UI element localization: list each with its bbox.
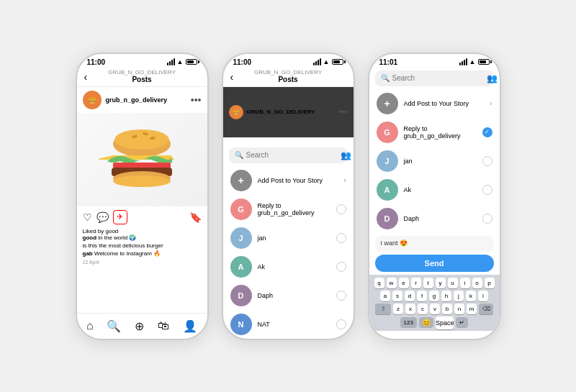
share-item-reply[interactable]: G Reply to grub_n_go_delivery xyxy=(223,195,354,224)
commenter-1-text: in the world 🌍 xyxy=(98,234,136,241)
send-icon: ✈ xyxy=(117,212,123,222)
key-c[interactable]: c xyxy=(418,304,428,314)
right-daph-label: Daph xyxy=(404,215,477,222)
share-jan-avatar: J xyxy=(230,227,252,249)
share-button[interactable]: ✈ xyxy=(113,210,127,224)
key-l[interactable]: l xyxy=(478,291,488,301)
kb-row-1: q w e r t y u i o p xyxy=(371,278,498,288)
share-search-bar[interactable]: 🔍 👥 xyxy=(229,147,348,163)
share-item-ak[interactable]: A Ak xyxy=(223,252,354,281)
radio-ak[interactable] xyxy=(336,262,346,272)
right-item-story[interactable]: + Add Post to Your Story › xyxy=(369,89,500,118)
share-nat-avatar: N xyxy=(230,314,252,335)
nav-shop[interactable]: 🛍 xyxy=(158,319,169,332)
key-u[interactable]: u xyxy=(448,278,458,288)
dark-more[interactable]: ••• xyxy=(338,107,348,117)
key-t[interactable]: t xyxy=(423,278,433,288)
key-return[interactable]: ↵ xyxy=(456,317,468,328)
right-search-input[interactable] xyxy=(392,74,484,82)
right-radio-ak[interactable] xyxy=(482,185,492,195)
share-search-input[interactable] xyxy=(246,151,338,159)
key-f[interactable]: f xyxy=(417,291,427,301)
key-o[interactable]: o xyxy=(472,278,482,288)
battery-icon-3 xyxy=(478,59,490,65)
key-v[interactable]: v xyxy=(430,304,440,314)
dark-user-row: 🍔 GRUB_N_GO_DELIVERY ••• xyxy=(223,102,354,122)
key-g[interactable]: g xyxy=(429,291,439,301)
right-item-ak[interactable]: A Ak xyxy=(369,176,500,204)
status-bar-3: 11:01 ▲ xyxy=(369,54,500,68)
key-d[interactable]: d xyxy=(405,291,415,301)
key-e[interactable]: e xyxy=(399,278,409,288)
commenter-1-name: good xyxy=(83,234,97,241)
key-123[interactable]: 123 xyxy=(400,317,417,328)
share-nat-label: NAT xyxy=(258,321,330,328)
share-story-label: Add Post to Your Story xyxy=(258,177,338,184)
key-s[interactable]: s xyxy=(392,291,402,301)
key-b[interactable]: b xyxy=(442,304,452,314)
nav-create[interactable]: ⊕ xyxy=(135,319,144,333)
battery-icon xyxy=(186,59,197,65)
key-j[interactable]: j xyxy=(454,291,464,301)
nav-home[interactable]: ⌂ xyxy=(86,319,94,332)
like-button[interactable]: ♡ xyxy=(83,211,92,223)
share-item-celest[interactable]: C Celest xyxy=(223,339,354,340)
people-icon-right: 👥 xyxy=(487,73,498,83)
key-w[interactable]: w xyxy=(387,278,397,288)
comment-button[interactable]: 💬 xyxy=(96,211,109,223)
key-a[interactable]: a xyxy=(380,291,390,301)
key-n[interactable]: n xyxy=(454,304,464,314)
key-y[interactable]: y xyxy=(436,278,446,288)
wifi-icon-3: ▲ xyxy=(469,58,476,65)
status-time-3: 11:01 xyxy=(379,58,398,66)
key-emoji[interactable]: 😊 xyxy=(419,317,433,328)
key-m[interactable]: m xyxy=(467,304,477,314)
key-p[interactable]: p xyxy=(485,278,495,288)
comment-2: gab Welcome to Instagram 🔥 xyxy=(83,250,202,257)
key-z[interactable]: z xyxy=(393,304,403,314)
share-item-story[interactable]: + Add Post to Your Story › xyxy=(223,166,354,195)
radio-daph[interactable] xyxy=(336,291,346,301)
svg-rect-5 xyxy=(113,163,171,168)
keyboard: q w e r t y u i o p a s d f g h j k l xyxy=(369,275,500,331)
radio-nat[interactable] xyxy=(336,319,346,329)
right-search-bar[interactable]: 🔍 👥 xyxy=(375,70,494,86)
share-item-nat[interactable]: N NAT xyxy=(223,310,354,339)
key-space[interactable]: Space xyxy=(436,316,454,329)
share-reply-avatar: G xyxy=(230,199,252,220)
share-ak-avatar: A xyxy=(230,256,252,278)
right-radio-jan[interactable] xyxy=(482,156,492,166)
right-ak-label: Ak xyxy=(404,186,477,193)
right-item-daph[interactable]: D Daph xyxy=(369,204,500,233)
key-k[interactable]: k xyxy=(466,291,476,301)
right-item-reply[interactable]: G Reply to grub_n_go_delivery xyxy=(369,118,500,147)
nav-search[interactable]: 🔍 xyxy=(107,319,121,333)
profile-header: GRUB_N_GO_DELIVERY Posts xyxy=(77,68,207,87)
key-x[interactable]: x xyxy=(405,304,415,314)
key-h[interactable]: h xyxy=(441,291,451,301)
key-shift[interactable]: ⇧ xyxy=(375,304,391,314)
bookmark-button[interactable]: 🔖 xyxy=(189,211,202,223)
radio-blue-check[interactable] xyxy=(482,127,492,137)
nav-profile[interactable]: 👤 xyxy=(183,319,197,333)
radio-jan[interactable] xyxy=(336,233,346,243)
commenter-2-text: Welcome to Instagram 🔥 xyxy=(94,250,161,257)
more-options-button[interactable]: ••• xyxy=(191,94,202,106)
right-radio-daph[interactable] xyxy=(482,214,492,224)
send-button-right[interactable]: Send xyxy=(375,255,494,272)
key-q[interactable]: q xyxy=(374,278,384,288)
key-backspace[interactable]: ⌫ xyxy=(479,304,493,314)
phone-share-right: 11:01 ▲ 🔍 👥 + Add Post to Your Story › xyxy=(368,53,501,340)
message-input[interactable]: I want 😍 xyxy=(375,236,494,252)
battery-icon-2 xyxy=(332,59,343,65)
right-item-jan[interactable]: J jan xyxy=(369,147,500,176)
back-button-2[interactable]: ‹ xyxy=(230,71,234,83)
share-jan-label: jan xyxy=(258,234,330,242)
key-i[interactable]: i xyxy=(460,278,470,288)
key-r[interactable]: r xyxy=(411,278,421,288)
back-button[interactable]: ‹ xyxy=(84,71,88,83)
share-item-daph[interactable]: D Daph xyxy=(223,281,354,310)
share-item-jan[interactable]: J jan xyxy=(223,224,354,252)
radio-reply[interactable] xyxy=(336,204,346,214)
status-time-1: 11:00 xyxy=(87,58,106,66)
